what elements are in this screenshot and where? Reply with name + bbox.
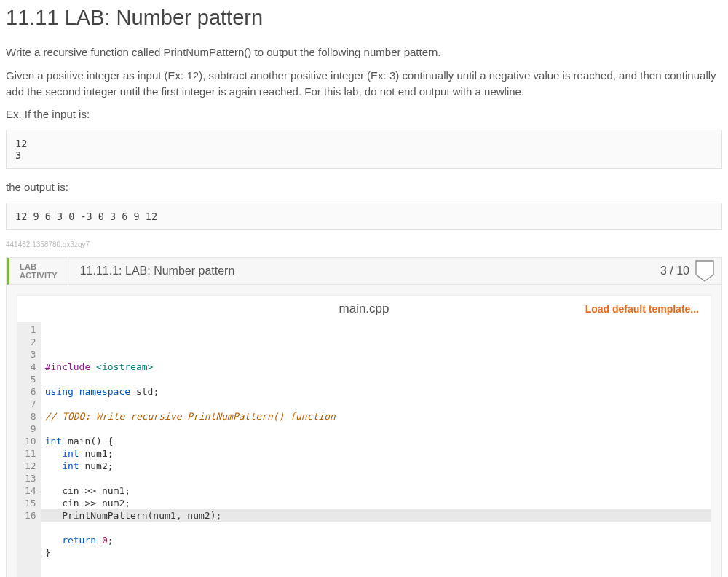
load-template-link[interactable]: Load default template...: [585, 303, 699, 315]
file-bar: main.cpp Load default template...: [17, 296, 711, 322]
filename: main.cpp: [339, 302, 389, 316]
lab-activity-label: LAB ACTIVITY: [9, 258, 68, 284]
code-editor[interactable]: 1 2 3 4 5 6 7 8 9 10 11 12 13 14 15 16 #…: [17, 322, 711, 577]
lab-activity-line1: LAB: [20, 262, 58, 271]
lab-header: LAB ACTIVITY 11.11.1: LAB: Number patter…: [7, 258, 721, 285]
lab-container: LAB ACTIVITY 11.11.1: LAB: Number patter…: [6, 257, 722, 577]
code-content: #include <iostream> using namespace std;…: [45, 361, 711, 559]
lab-score-value: 3 / 10: [660, 264, 689, 278]
lab-title: 11.11.1: LAB: Number pattern: [68, 258, 653, 284]
ex-output-block: 12 9 6 3 0 -3 0 3 6 9 12: [6, 203, 722, 230]
shield-icon: [695, 260, 714, 282]
page-title: 11.11 LAB: Number pattern: [6, 6, 722, 30]
editor-panel: main.cpp Load default template... 1 2 3 …: [17, 295, 711, 577]
lab-score: 3 / 10: [653, 258, 721, 284]
ex-input-block: 12 3: [6, 130, 722, 169]
code-area[interactable]: #include <iostream> using namespace std;…: [41, 322, 711, 577]
hash-id: 441462.1358780.qx3zqy7: [6, 240, 722, 248]
ex-output-label: the output is:: [6, 179, 722, 195]
ex-input-label: Ex. If the input is:: [6, 106, 722, 122]
intro-paragraph-2: Given a positive integer as input (Ex: 1…: [6, 68, 722, 100]
line-number-gutter: 1 2 3 4 5 6 7 8 9 10 11 12 13 14 15 16: [17, 322, 41, 577]
intro-paragraph-1: Write a recursive function called PrintN…: [6, 44, 722, 60]
lab-activity-line2: ACTIVITY: [20, 271, 58, 280]
